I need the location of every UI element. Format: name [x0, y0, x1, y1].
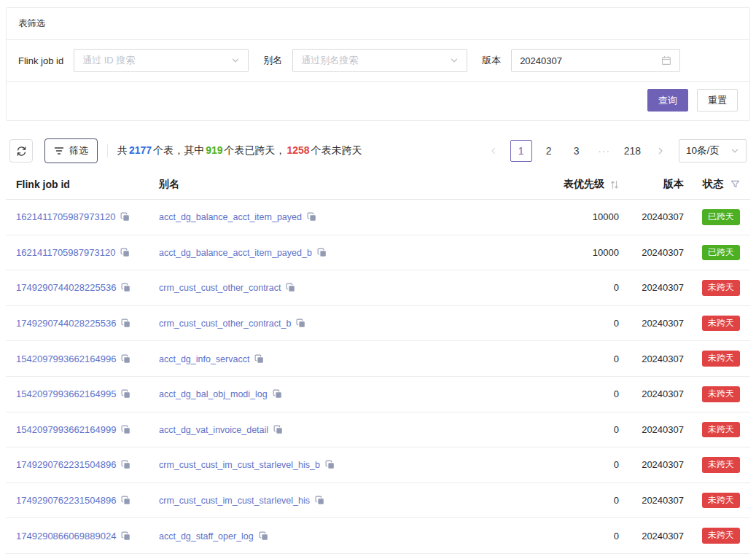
copy-icon[interactable]: [259, 531, 268, 541]
priority-cell: 0: [472, 376, 629, 412]
table-row: 1621411705987973120acct_dg_balance_acct_…: [6, 200, 750, 235]
copy-icon[interactable]: [121, 460, 130, 469]
alias-link[interactable]: acct_dg_vat_invoice_detail: [159, 425, 268, 435]
toolbar-divider: [107, 144, 108, 157]
table-row: 1749290866069889024acct_dg_staff_oper_lo…: [6, 518, 750, 554]
job-id-link[interactable]: 1542097993662164999: [16, 424, 116, 435]
copy-icon[interactable]: [286, 283, 295, 292]
col-status[interactable]: 状态: [684, 172, 750, 200]
filter-actions-row: 查询 重置: [7, 82, 749, 120]
alias-link[interactable]: crm_cust_cust_other_contract_b: [159, 318, 291, 329]
filter-toggle-button[interactable]: 筛选: [44, 138, 98, 163]
filter-toggle-label: 筛选: [69, 144, 88, 157]
filter-fields-row: Flink job id 通过 ID 搜索 别名 通过别名搜索 版本 20240…: [7, 40, 749, 82]
copy-icon[interactable]: [317, 248, 327, 257]
priority-cell: 0: [472, 341, 629, 377]
page-size-label: 10条/页: [686, 144, 720, 157]
job-id-link[interactable]: 1621411705987973120: [16, 247, 115, 258]
job-id-link[interactable]: 1749290744028225536: [16, 318, 116, 329]
job-id-link[interactable]: 1542097993662164995: [16, 388, 116, 399]
pagination-page-218[interactable]: 218: [621, 140, 644, 162]
refresh-button[interactable]: [9, 139, 33, 163]
version-cell: 20240307: [629, 270, 684, 306]
col-status-label: 状态: [703, 178, 723, 189]
priority-cell: 10000: [472, 200, 629, 235]
col-job-id: Flink job id: [6, 172, 159, 200]
alias-link[interactable]: crm_cust_cust_im_cust_starlevel_his: [159, 496, 310, 506]
priority-cell: 0: [472, 447, 629, 483]
copy-icon[interactable]: [296, 318, 305, 328]
alias-link[interactable]: acct_dg_bal_obj_modi_log: [159, 389, 268, 399]
version-date-input[interactable]: 20240307: [511, 49, 680, 72]
chevron-down-icon: [730, 146, 739, 155]
page-size-select[interactable]: 10条/页: [679, 139, 747, 163]
sort-icon[interactable]: [610, 180, 619, 189]
status-badge: 未跨天: [702, 528, 740, 544]
copy-icon[interactable]: [120, 212, 130, 222]
status-badge: 未跨天: [702, 351, 740, 367]
alias-link[interactable]: acct_dg_balance_acct_item_payed: [159, 212, 302, 222]
copy-icon[interactable]: [121, 389, 130, 399]
alias-link[interactable]: crm_cust_cust_other_contract: [159, 283, 281, 293]
pagination-page-2[interactable]: 2: [538, 140, 560, 162]
table-row: 1621411705987973120acct_dg_balance_acct_…: [6, 235, 750, 270]
copy-icon[interactable]: [121, 425, 130, 434]
copy-icon[interactable]: [120, 248, 130, 257]
table-row: 1749290744028225536crm_cust_cust_other_c…: [6, 270, 750, 306]
job-id-link[interactable]: 1749290866069889024: [16, 531, 116, 542]
copy-icon[interactable]: [315, 496, 324, 505]
job-id-link[interactable]: 1749290762231504896: [16, 459, 116, 470]
filter-card-title: 表筛选: [7, 8, 749, 40]
summary-prefix: 共: [117, 144, 128, 156]
funnel-filter-icon[interactable]: [730, 179, 740, 189]
copy-icon[interactable]: [254, 354, 264, 364]
copy-icon[interactable]: [273, 425, 283, 434]
copy-icon[interactable]: [273, 389, 282, 399]
pagination-jump-ellipsis[interactable]: ···: [593, 140, 615, 162]
version-cell: 20240307: [629, 200, 684, 235]
pagination-prev-button[interactable]: [483, 140, 504, 162]
col-priority[interactable]: 表优先级: [472, 172, 629, 200]
total-count: 2177: [129, 144, 152, 156]
job-id-label: Flink job id: [18, 55, 63, 66]
query-button[interactable]: 查询: [647, 89, 688, 112]
alias-link[interactable]: acct_dg_info_servacct: [159, 354, 249, 364]
version-value: 20240307: [520, 55, 562, 66]
alias-link[interactable]: crm_cust_cust_im_cust_starlevel_his_b: [159, 460, 320, 470]
version-cell: 20240307: [629, 447, 684, 483]
copy-icon[interactable]: [325, 460, 335, 469]
copy-icon[interactable]: [121, 496, 130, 505]
job-id-link[interactable]: 1542097993662164996: [16, 353, 116, 364]
job-id-link[interactable]: 1621411705987973120: [16, 211, 115, 222]
status-badge: 未跨天: [702, 457, 740, 473]
alias-label: 别名: [263, 54, 282, 67]
copy-icon[interactable]: [121, 354, 130, 364]
job-id-link[interactable]: 1749290762231504896: [16, 495, 116, 506]
job-id-link[interactable]: 1749290744028225536: [16, 282, 116, 293]
job-id-select[interactable]: 通过 ID 搜索: [74, 49, 249, 72]
copy-icon[interactable]: [121, 318, 130, 328]
pagination-page-1[interactable]: 1: [510, 140, 532, 162]
version-cell: 20240307: [629, 412, 684, 447]
reset-button[interactable]: 重置: [697, 89, 738, 112]
alias-placeholder: 通过别名搜索: [301, 54, 358, 67]
chevron-down-icon: [450, 56, 459, 65]
status-badge: 未跨天: [702, 422, 740, 438]
uncrossed-count: 1258: [287, 144, 310, 156]
table-row: 1542097993662164996acct_dg_info_servacct…: [6, 341, 750, 377]
alias-select[interactable]: 通过别名搜索: [292, 49, 467, 72]
pagination-page-3[interactable]: 3: [566, 140, 588, 162]
pagination-next-button[interactable]: [650, 140, 671, 162]
priority-cell: 0: [472, 482, 629, 518]
col-alias: 别名: [159, 172, 472, 200]
table-toolbar: 筛选 共2177个表，其中919个表已跨天，1258个表未跨天 123···21…: [6, 138, 750, 163]
alias-link[interactable]: acct_dg_staff_oper_log: [159, 531, 254, 542]
copy-icon[interactable]: [121, 531, 130, 541]
job-id-field: Flink job id 通过 ID 搜索: [18, 49, 249, 72]
status-badge: 未跨天: [702, 316, 740, 332]
table-row: 1542097993662164999acct_dg_vat_invoice_d…: [6, 412, 750, 447]
version-cell: 20240307: [629, 376, 684, 412]
alias-link[interactable]: acct_dg_balance_acct_item_payed_b: [159, 248, 312, 258]
copy-icon[interactable]: [121, 283, 130, 292]
copy-icon[interactable]: [307, 212, 316, 222]
